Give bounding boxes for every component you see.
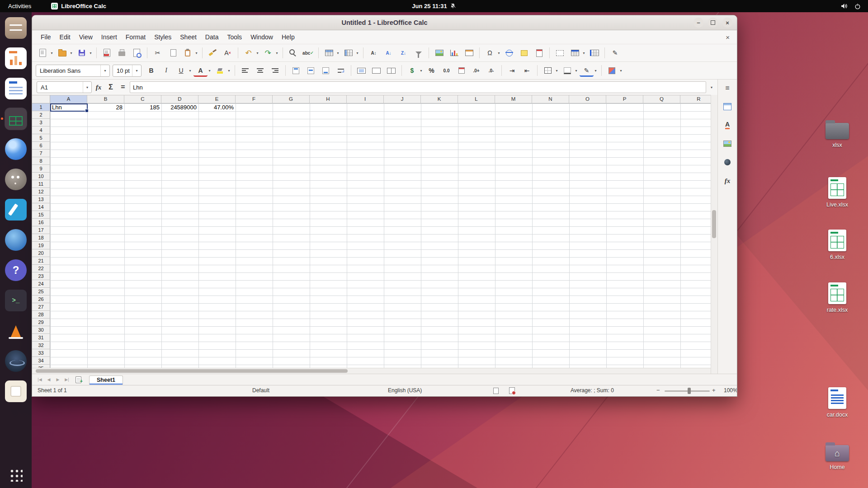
column-header[interactable]: B bbox=[87, 95, 124, 103]
row-header[interactable]: 27 bbox=[32, 303, 50, 311]
paste-dropdown[interactable]: ▾ bbox=[194, 47, 199, 59]
autosum-button[interactable]: Σ bbox=[105, 81, 116, 93]
highlight-color-button[interactable] bbox=[213, 64, 227, 77]
row-header[interactable]: 32 bbox=[32, 342, 50, 349]
row-dropdown[interactable]: ▾ bbox=[335, 47, 340, 59]
wrap-text-button[interactable] bbox=[334, 64, 348, 77]
vertical-scrollbar[interactable] bbox=[711, 95, 717, 374]
conditional-formatting-button[interactable] bbox=[605, 64, 619, 77]
desktop-icon-live-xlsx[interactable]: Live.xlsx bbox=[816, 177, 859, 208]
font-name-combobox[interactable]: Liberation Sans ▾ bbox=[36, 65, 110, 77]
row-header[interactable]: 24 bbox=[32, 280, 50, 288]
column-header[interactable]: N bbox=[532, 95, 569, 103]
column-dropdown[interactable]: ▾ bbox=[355, 47, 360, 59]
special-character-button[interactable]: Ω bbox=[483, 47, 497, 59]
name-box-dropdown[interactable]: ▾ bbox=[83, 82, 91, 93]
column-header[interactable]: E bbox=[198, 95, 236, 103]
add-decimal-button[interactable]: .0+ bbox=[469, 64, 483, 77]
column-header[interactable]: G bbox=[273, 95, 310, 103]
cell[interactable] bbox=[606, 103, 643, 111]
row-header[interactable]: 22 bbox=[32, 265, 50, 272]
language-status[interactable]: English (USA) bbox=[388, 387, 422, 394]
border-style-dropdown[interactable]: ▾ bbox=[574, 64, 579, 77]
row-header[interactable]: 6 bbox=[32, 142, 50, 150]
print-preview-button[interactable] bbox=[130, 47, 144, 59]
bold-button[interactable]: B bbox=[144, 64, 158, 77]
sidebar-properties-button[interactable] bbox=[721, 101, 734, 113]
next-sheet-button[interactable]: ▶ bbox=[54, 377, 62, 382]
row-header[interactable]: 20 bbox=[32, 249, 50, 257]
delete-decimal-button[interactable]: .0- bbox=[484, 64, 498, 77]
format-date-button[interactable] bbox=[454, 64, 468, 77]
row-header[interactable]: 28 bbox=[32, 311, 50, 319]
row-header[interactable]: 16 bbox=[32, 219, 50, 226]
copy-button[interactable] bbox=[165, 47, 179, 59]
undo-dropdown[interactable]: ▾ bbox=[255, 47, 260, 59]
print-area-button[interactable] bbox=[553, 47, 567, 59]
column-header[interactable]: R bbox=[680, 95, 711, 103]
clone-formatting-button[interactable] bbox=[206, 47, 220, 59]
row-header[interactable]: 17 bbox=[32, 226, 50, 234]
clear-formatting-button[interactable]: A× bbox=[221, 47, 235, 59]
align-bottom-button[interactable] bbox=[319, 64, 333, 77]
cell[interactable] bbox=[310, 103, 347, 111]
column-header[interactable]: O bbox=[569, 95, 606, 103]
row-header[interactable]: 25 bbox=[32, 288, 50, 296]
cell[interactable] bbox=[495, 103, 532, 111]
format-number-button[interactable]: 0.0 bbox=[439, 64, 453, 77]
new-button[interactable] bbox=[36, 47, 50, 59]
column-header[interactable]: F bbox=[236, 95, 273, 103]
insert-pivot-button[interactable] bbox=[462, 47, 476, 59]
cell[interactable]: 47.00% bbox=[198, 103, 236, 111]
sidebar-styles-button[interactable]: A bbox=[721, 119, 734, 131]
show-draw-functions-button[interactable]: ✎ bbox=[608, 47, 622, 59]
page-style-status[interactable]: Default bbox=[252, 387, 269, 394]
column-header[interactable]: P bbox=[606, 95, 643, 103]
menu-item[interactable]: File bbox=[37, 32, 55, 42]
zoom-slider-track[interactable] bbox=[665, 390, 710, 392]
row-header[interactable]: 21 bbox=[32, 257, 50, 265]
row-header[interactable]: 9 bbox=[32, 165, 50, 173]
sidebar-settings-button[interactable]: ≡ bbox=[721, 82, 734, 94]
align-top-button[interactable] bbox=[289, 64, 303, 77]
zoom-level-status[interactable]: 100% bbox=[724, 387, 737, 394]
italic-button[interactable]: I bbox=[159, 64, 173, 77]
libreoffice-impress-icon[interactable] bbox=[5, 47, 27, 69]
name-box[interactable]: A1 ▾ bbox=[37, 81, 92, 93]
special-character-dropdown[interactable]: ▾ bbox=[496, 47, 501, 59]
format-percent-button[interactable]: % bbox=[425, 64, 439, 77]
close-button[interactable]: × bbox=[722, 18, 732, 28]
cell[interactable] bbox=[421, 103, 458, 111]
increase-indent-button[interactable]: ⇥ bbox=[505, 64, 519, 77]
hyperlink-button[interactable] bbox=[502, 47, 516, 59]
new-dropdown[interactable]: ▾ bbox=[49, 47, 54, 59]
row-button[interactable] bbox=[322, 47, 336, 59]
cell[interactable] bbox=[532, 103, 569, 111]
help-app-icon[interactable]: ? bbox=[5, 259, 27, 281]
cell[interactable]: 185 bbox=[124, 103, 161, 111]
desktop-icon-xlsx-folder[interactable]: xlsx bbox=[816, 118, 859, 148]
zoom-slider-thumb[interactable] bbox=[688, 388, 691, 394]
open-button[interactable] bbox=[55, 47, 69, 59]
row-header[interactable]: 31 bbox=[32, 334, 50, 342]
sidebar-functions-button[interactable]: fx bbox=[721, 175, 734, 187]
column-header[interactable]: A bbox=[50, 95, 87, 103]
row-header[interactable]: 23 bbox=[32, 272, 50, 280]
merge-cells-button[interactable] bbox=[369, 64, 383, 77]
row-header[interactable]: 29 bbox=[32, 319, 50, 326]
border-color-button[interactable]: ✎ bbox=[580, 66, 594, 77]
zoom-in-button[interactable]: + bbox=[712, 387, 716, 394]
insert-comment-button[interactable] bbox=[517, 47, 531, 59]
vscode-icon[interactable] bbox=[5, 199, 27, 221]
column-header[interactable]: Q bbox=[643, 95, 680, 103]
cell[interactable] bbox=[569, 103, 606, 111]
sort-descending-button[interactable]: Z↓ bbox=[396, 47, 410, 59]
chromium-browser-icon[interactable] bbox=[5, 138, 27, 160]
clock-menu[interactable]: Jun 25 11:31 bbox=[412, 3, 456, 9]
sort-button[interactable]: A↕ bbox=[367, 47, 381, 59]
border-style-button[interactable] bbox=[560, 64, 574, 77]
font-size-combobox[interactable]: 10 pt ▾ bbox=[113, 65, 142, 77]
align-left-button[interactable] bbox=[238, 64, 252, 77]
menu-item[interactable]: Insert bbox=[97, 32, 121, 42]
system-status-area[interactable] bbox=[841, 3, 868, 9]
